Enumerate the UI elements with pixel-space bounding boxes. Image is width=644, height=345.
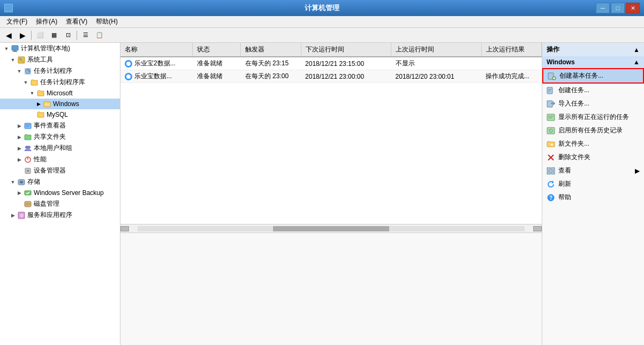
forward-button[interactable]: ▶	[16, 29, 29, 41]
scroll-right-btn[interactable]	[533, 226, 542, 231]
back-button[interactable]: ◀	[2, 29, 15, 41]
menu-view[interactable]: 查看(V)	[62, 16, 92, 27]
expand-icon: ▼	[9, 56, 17, 64]
tree-label-performance: 性能	[34, 155, 47, 164]
backup-icon	[24, 189, 32, 197]
tree-item-storage[interactable]: ▼ 存储	[0, 176, 120, 188]
action-import-task[interactable]: 导入任务...	[542, 97, 644, 110]
tree-item-event-viewer[interactable]: ▶ 事件查看器	[0, 120, 120, 131]
event-viewer-icon	[24, 122, 32, 130]
toolbar-separator-2	[77, 31, 77, 40]
action-create-task[interactable]: 创建任务...	[542, 84, 644, 97]
tree-item-task-library[interactable]: ▼ 任务计划程序库	[0, 77, 120, 88]
expand-icon: ▶	[15, 144, 24, 153]
cell-nextrun: 2018/12/21 23:15:00	[301, 57, 391, 70]
expand-icon	[15, 167, 24, 175]
minimize-button[interactable]: ─	[596, 3, 610, 13]
tree-item-mysql[interactable]: MySQL	[0, 109, 120, 120]
tree-item-device-manager[interactable]: 设备管理器	[0, 165, 120, 176]
folder-icon	[30, 78, 39, 87]
toolbar-separator-1	[31, 31, 32, 40]
h-scrollbar[interactable]	[120, 224, 542, 232]
create-task-icon	[547, 86, 555, 95]
close-button[interactable]: ✕	[626, 3, 640, 13]
col-header-status[interactable]: 状态	[193, 43, 241, 57]
svg-rect-37	[547, 128, 555, 134]
action-create-basic-task[interactable]: 创建基本任务...	[542, 68, 644, 84]
action-delete-folder[interactable]: 删除文件夹	[542, 151, 644, 164]
cell-trigger: 在每天的 23:00	[241, 70, 301, 83]
menu-file[interactable]: 文件(F)	[2, 16, 32, 27]
expand-icon: ▼	[15, 67, 24, 76]
toolbar-btn-3[interactable]: ⊡	[62, 29, 74, 41]
tree-label-storage: 存储	[27, 177, 40, 186]
h-scrollbar-track	[138, 226, 525, 231]
toolbar-btn-4[interactable]: ☰	[79, 29, 92, 41]
h-scrollbar-thumb[interactable]	[273, 226, 389, 231]
toolbar-btn-2[interactable]: ▦	[48, 29, 60, 41]
svg-rect-9	[25, 123, 31, 129]
action-enable-history[interactable]: 启用所有任务历史记录	[542, 124, 644, 137]
actions-main-header[interactable]: 操作 ▲	[542, 43, 644, 56]
scroll-left-btn[interactable]	[120, 226, 129, 231]
delete-folder-icon	[547, 153, 555, 162]
col-header-lastresult[interactable]: 上次运行结果	[481, 43, 541, 57]
tree-label-local-users: 本地用户和组	[34, 144, 72, 153]
menu-action[interactable]: 操作(A)	[32, 16, 62, 27]
svg-rect-44	[551, 168, 555, 170]
action-new-folder[interactable]: 新文件夹...	[542, 137, 644, 151]
center-panel: 名称 状态 触发器 下次运行时间 上次运行时间 上次运行结果 乐业宝2数据...…	[120, 43, 542, 345]
tree-item-shared-folders[interactable]: ▶ 共享文件夹	[0, 131, 120, 142]
tree-item-disk-management[interactable]: 磁盘管理	[0, 198, 120, 209]
folder-microsoft-icon	[36, 89, 45, 98]
action-help[interactable]: ? 帮助	[542, 191, 644, 204]
cell-nextrun: 2018/12/21 23:00:00	[301, 70, 391, 83]
svg-rect-2	[12, 51, 18, 52]
view-icon	[547, 167, 555, 175]
tree-label-windows-server-backup: Windows Server Backup	[34, 189, 104, 197]
col-header-lastrun[interactable]: 上次运行时间	[391, 43, 482, 57]
actions-header-arrow: ▲	[633, 46, 640, 54]
tree-item-windows[interactable]: ▶ Windows	[0, 99, 120, 109]
new-folder-label: 新文件夹...	[558, 139, 589, 148]
expand-icon: ▼	[2, 44, 11, 53]
col-header-name[interactable]: 名称	[120, 43, 193, 57]
expand-icon: ▶	[15, 189, 24, 197]
expand-icon: ▶	[15, 122, 24, 130]
tree-label-microsoft: Microsoft	[47, 89, 73, 97]
tree-item-computer-local[interactable]: ▼ 计算机管理(本地)	[0, 43, 120, 54]
toolbar-btn-1[interactable]: ⬜	[34, 29, 47, 41]
table-row[interactable]: 乐业宝数据... 准备就绪 在每天的 23:00 2018/12/21 23:0…	[120, 70, 542, 83]
show-running-label: 显示所有正在运行的任务	[558, 112, 629, 122]
tree-item-microsoft[interactable]: ▼ Microsoft	[0, 88, 120, 99]
cell-status: 准备就绪	[193, 70, 241, 83]
cell-name: 乐业宝2数据...	[120, 57, 193, 70]
action-refresh[interactable]: 刷新	[542, 177, 644, 191]
cell-lastresult	[481, 57, 541, 70]
windows-section-header[interactable]: Windows ▲	[542, 56, 644, 68]
refresh-label: 刷新	[558, 179, 571, 189]
maximize-button[interactable]: □	[611, 3, 625, 13]
menu-help[interactable]: 帮助(H)	[92, 16, 122, 27]
tree-label-task-library: 任务计划程序库	[40, 78, 85, 87]
toolbar-btn-5[interactable]: 📋	[93, 29, 106, 41]
view-submenu-arrow: ▶	[635, 167, 640, 175]
tree-item-windows-server-backup[interactable]: ▶ Windows Server Backup	[0, 188, 120, 198]
tree-item-task-scheduler[interactable]: ▼ 任务计划程序	[0, 65, 120, 77]
expand-icon: ▶	[9, 211, 17, 220]
col-header-trigger[interactable]: 触发器	[241, 43, 301, 57]
tree-item-services-apps[interactable]: ▶ ⚙ 服务和应用程序	[0, 209, 120, 221]
tree-item-performance[interactable]: ▶ 性能	[0, 154, 120, 165]
expand-icon	[15, 200, 24, 208]
action-view[interactable]: 查看 ▶	[542, 164, 644, 177]
svg-text:?: ?	[549, 195, 552, 201]
tree-item-local-users[interactable]: ▶ 本地用户和组	[0, 142, 120, 154]
help-action-label: 帮助	[558, 193, 571, 202]
action-show-running[interactable]: 显示所有正在运行的任务	[542, 110, 644, 124]
svg-point-17	[27, 170, 29, 172]
tree-item-system-tools[interactable]: ▼ 🔧 系统工具	[0, 54, 120, 65]
svg-rect-46	[551, 171, 555, 174]
services-icon: ⚙	[17, 211, 26, 220]
col-header-nextrun[interactable]: 下次运行时间	[301, 43, 391, 57]
table-row[interactable]: 乐业宝2数据... 准备就绪 在每天的 23:15 2018/12/21 23:…	[120, 57, 542, 70]
